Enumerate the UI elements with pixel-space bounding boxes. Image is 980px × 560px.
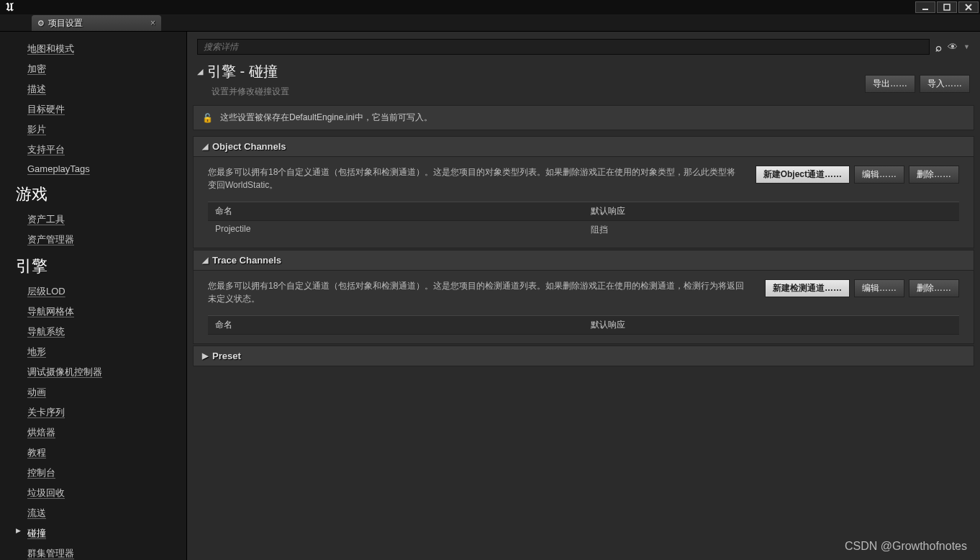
settings-sidebar[interactable]: 地图和模式加密描述目标硬件影片支持平台GameplayTags 游戏 资产工具资…	[0, 32, 187, 560]
section-header-object-channels[interactable]: ◢ Object Channels	[193, 136, 974, 157]
new-object-channel-button[interactable]: 新建Object通道……	[756, 166, 850, 184]
sidebar-item[interactable]: 目标硬件	[0, 99, 186, 119]
sidebar-item[interactable]: 群集管理器	[0, 543, 186, 560]
page-title: 引擎 - 碰撞	[207, 62, 278, 81]
section-description: 您最多可以拥有18个自定义通道（包括对象和检测通道）。这是您项目的检测通道列表。…	[208, 279, 750, 305]
svg-rect-1	[944, 4, 950, 10]
gear-icon: ⚙	[37, 19, 45, 28]
search-icon[interactable]: ⌕	[935, 41, 942, 53]
sidebar-item[interactable]: 垃圾回收	[0, 483, 186, 503]
maximize-button[interactable]	[937, 1, 957, 13]
sidebar-item[interactable]: 流送	[0, 503, 186, 523]
col-response: 默认响应	[584, 316, 959, 334]
ue-logo-icon: 𝔘	[6, 1, 14, 14]
window-titlebar: 𝔘	[0, 0, 980, 14]
collapse-caret-icon[interactable]: ◢	[197, 67, 203, 76]
chevron-down-icon[interactable]: ▼	[963, 43, 970, 50]
tab-label: 项目设置	[48, 17, 83, 30]
sidebar-item[interactable]: 地图和模式	[0, 39, 186, 59]
sidebar-item[interactable]: 教程	[0, 443, 186, 463]
collapse-caret-icon: ▶	[202, 351, 208, 361]
sidebar-item[interactable]: 烘焙器	[0, 423, 186, 443]
export-button[interactable]: 导出……	[865, 75, 915, 93]
close-tab-icon[interactable]: ×	[150, 18, 155, 28]
new-trace-channel-button[interactable]: 新建检测通道……	[765, 279, 850, 297]
section-title: Preset	[212, 351, 241, 361]
table-row[interactable]: Projectile 阻挡	[208, 221, 959, 239]
cell-response: 阻挡	[584, 221, 959, 239]
edit-button[interactable]: 编辑……	[854, 166, 904, 184]
visibility-icon[interactable]: 👁	[948, 41, 958, 53]
settings-content: ⌕ 👁 ▼ ◢ 引擎 - 碰撞 设置并修改碰撞设置 导出…… 导入…… 🔓 这些…	[187, 32, 980, 560]
info-bar: 🔓 这些设置被保存在DefaultEngine.ini中，它当前可写入。	[193, 105, 974, 130]
delete-button[interactable]: 删除……	[909, 166, 959, 184]
sidebar-item[interactable]: 层级LOD	[0, 281, 186, 302]
sidebar-item[interactable]: 导航系统	[0, 322, 186, 342]
table-header: 命名 默认响应	[208, 202, 959, 221]
col-response: 默认响应	[584, 202, 959, 220]
col-name: 命名	[208, 202, 584, 220]
section-description: 您最多可以拥有18个自定义通道（包括对象和检测通道）。这是您项目的对象类型列表。…	[208, 166, 741, 191]
sidebar-item[interactable]: 加密	[0, 59, 186, 79]
import-button[interactable]: 导入……	[920, 75, 970, 93]
page-subtitle: 设置并修改碰撞设置	[197, 86, 289, 98]
delete-button[interactable]: 删除……	[909, 279, 959, 297]
expand-caret-icon: ◢	[202, 142, 208, 151]
section-header-preset[interactable]: ▶ Preset	[193, 346, 974, 366]
minimize-button[interactable]	[915, 1, 935, 13]
sidebar-item[interactable]: 资产工具	[0, 209, 186, 230]
section-title: Object Channels	[212, 141, 286, 152]
sidebar-item[interactable]: 影片	[0, 119, 186, 140]
sidebar-item[interactable]: 关卡序列	[0, 402, 186, 423]
sidebar-item[interactable]: 控制台	[0, 463, 186, 483]
search-input[interactable]	[197, 39, 930, 55]
tab-bar: ⚙ 项目设置 ×	[0, 14, 980, 32]
sidebar-item[interactable]: 描述	[0, 79, 186, 99]
edit-button[interactable]: 编辑……	[854, 279, 904, 297]
category-engine: 引擎	[0, 250, 186, 281]
section-header-trace-channels[interactable]: ◢ Trace Channels	[193, 250, 974, 271]
tab-project-settings[interactable]: ⚙ 项目设置 ×	[32, 15, 161, 31]
sidebar-item[interactable]: GameplayTags	[0, 160, 186, 178]
sidebar-item[interactable]: 动画	[0, 382, 186, 402]
expand-caret-icon: ◢	[202, 256, 208, 265]
sidebar-item[interactable]: 碰撞	[0, 523, 186, 543]
close-button[interactable]	[958, 1, 979, 13]
sidebar-item[interactable]: 地形	[0, 342, 186, 362]
sidebar-item[interactable]: 支持平台	[0, 140, 186, 160]
cell-name: Projectile	[208, 221, 584, 239]
table-header: 命名 默认响应	[208, 315, 959, 335]
col-name: 命名	[208, 316, 584, 334]
category-game: 游戏	[0, 178, 186, 209]
info-text: 这些设置被保存在DefaultEngine.ini中，它当前可写入。	[220, 112, 432, 124]
sidebar-item[interactable]: 资产管理器	[0, 230, 186, 250]
unlock-icon: 🔓	[202, 113, 213, 123]
section-title: Trace Channels	[212, 255, 281, 266]
sidebar-item[interactable]: 调试摄像机控制器	[0, 362, 186, 382]
sidebar-item[interactable]: 导航网格体	[0, 302, 186, 322]
